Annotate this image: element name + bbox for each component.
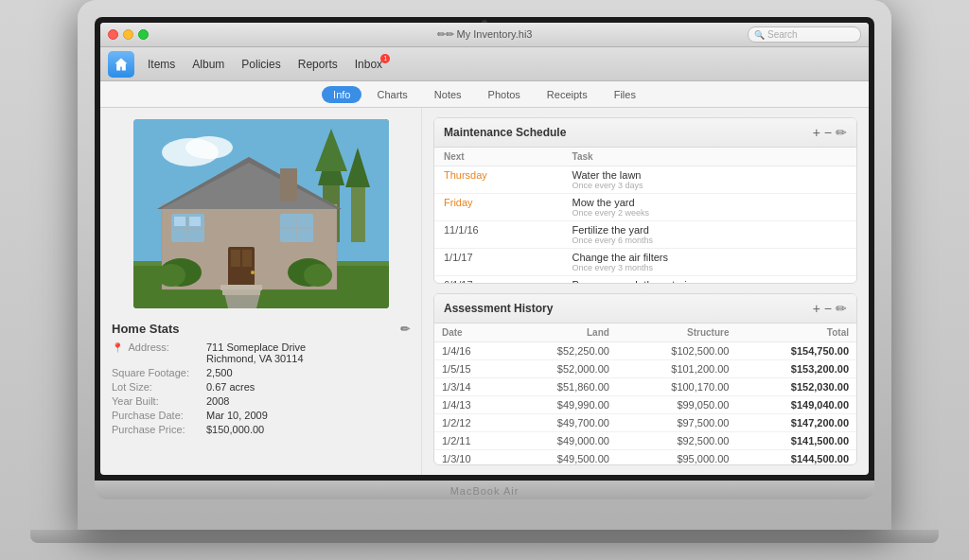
sqft-value: 2,500 (206, 367, 233, 378)
toolbar-items[interactable]: Items (140, 54, 183, 75)
assess-date: 1/4/16 (434, 341, 506, 359)
subtabs: Info Charts Notes Photos Receipts Files (100, 81, 869, 108)
toolbar-album[interactable]: Album (185, 54, 232, 75)
svg-rect-18 (242, 250, 252, 267)
year-row: Year Built: 2008 (112, 395, 410, 407)
tab-files[interactable]: Files (603, 86, 647, 103)
assess-land: $52,000.00 (506, 359, 617, 377)
assess-row: 1/3/14 $51,860.00 $100,170.00 $152,030.0… (434, 377, 856, 395)
tab-photos[interactable]: Photos (477, 86, 532, 103)
address-row: 📍 Address: 711 Someplace DriveRichmond, … (112, 341, 410, 364)
svg-rect-33 (222, 289, 260, 295)
assess-date: 1/2/11 (434, 431, 506, 449)
assess-land: $51,860.00 (506, 377, 617, 395)
maint-task: Fertilize the yard Once every 6 months (563, 221, 856, 249)
assess-row: 1/4/13 $49,990.00 $99,050.00 $149,040.00 (434, 395, 856, 413)
assess-date: 1/3/14 (434, 377, 506, 395)
assess-row: 1/2/12 $49,700.00 $97,500.00 $147,200.00 (434, 413, 856, 431)
home-button[interactable] (108, 51, 134, 78)
assess-structure: $101,200.00 (617, 359, 737, 377)
svg-point-2 (185, 136, 233, 159)
house-photo (133, 119, 389, 308)
home-stats-title: Home Stats ✏ (112, 322, 410, 336)
assess-total: $147,200.00 (736, 413, 856, 431)
tab-receipts[interactable]: Receipts (536, 86, 599, 103)
purchase-date-row: Purchase Date: Mar 10, 2009 (112, 410, 410, 421)
macbook-label: MacBook Air (450, 485, 520, 497)
lot-row: Lot Size: 0.67 acres (112, 381, 410, 393)
maint-date: 1/1/17 (434, 249, 563, 276)
assess-structure: $95,000.00 (617, 449, 737, 465)
edit-icon[interactable]: ✏ (400, 323, 410, 336)
assess-total: $141,500.00 (736, 431, 856, 449)
assess-structure: $99,050.00 (617, 395, 737, 413)
assess-date: 1/4/13 (434, 395, 506, 413)
assess-col-land: Land (506, 324, 617, 342)
minimize-button[interactable] (123, 29, 133, 40)
assess-total: $144,500.00 (736, 449, 856, 465)
assess-total: $153,200.00 (736, 359, 856, 377)
assessment-table: Date Land Structure Total 1/4/16 $52,250… (434, 324, 856, 465)
assessment-actions: + − ✏ (813, 302, 847, 315)
maintenance-edit-button[interactable]: ✏ (836, 126, 847, 139)
svg-rect-23 (174, 217, 185, 226)
close-button[interactable] (108, 29, 118, 40)
assessment-remove-button[interactable]: − (824, 302, 832, 315)
assess-total: $152,030.00 (736, 377, 856, 395)
year-value: 2008 (206, 395, 229, 407)
home-stats: Home Stats ✏ 📍 Address: 711 Someplace Dr… (112, 318, 410, 442)
maint-task: Mow the yard Once every 2 weeks (563, 194, 856, 221)
right-panel: Maintenance Schedule + − ✏ (422, 108, 869, 475)
assess-col-structure: Structure (617, 324, 737, 342)
tab-charts[interactable]: Charts (365, 86, 418, 103)
svg-rect-15 (280, 168, 297, 201)
assessment-add-button[interactable]: + (813, 302, 820, 315)
maint-date: 6/1/17 (434, 276, 563, 284)
svg-point-31 (304, 264, 332, 287)
maint-col-task: Task (563, 148, 856, 166)
purchase-price-row: Purchase Price: $150,000.00 (112, 424, 410, 435)
toolbar-reports[interactable]: Reports (291, 54, 345, 75)
traffic-lights (108, 29, 149, 40)
maint-date: 11/1/16 (434, 221, 563, 249)
assessment-title: Assessment History (444, 302, 553, 315)
assessment-header: Assessment History + − ✏ (434, 294, 856, 324)
maint-task: Change the air filters Once every 3 mont… (563, 249, 856, 276)
address-value: 711 Someplace DriveRichmond, VA 30114 (206, 341, 306, 364)
maintenance-remove-button[interactable]: − (824, 126, 832, 139)
maintenance-add-button[interactable]: + (813, 126, 820, 139)
maint-row: 6/1/17 Pressure wash the exterior Every … (434, 276, 856, 284)
titlebar: ✏ ✏ My Inventory.hi3 🔍 Search (100, 23, 869, 47)
toolbar-policies[interactable]: Policies (234, 54, 288, 75)
assess-land: $52,250.00 (506, 341, 617, 359)
assessment-edit-button[interactable]: ✏ (836, 302, 847, 315)
assess-land: $49,990.00 (506, 395, 617, 413)
maintenance-actions: + − ✏ (813, 126, 847, 139)
assess-row: 1/5/15 $52,000.00 $101,200.00 $153,200.0… (434, 359, 856, 377)
tab-info[interactable]: Info (322, 86, 361, 103)
toolbar-inbox[interactable]: Inbox 1 (347, 54, 390, 75)
toolbar: Items Album Policies Reports Inbox 1 (100, 47, 869, 81)
maintenance-table: Next Task Thursday Water the lawn Once e… (434, 148, 856, 284)
tab-notes[interactable]: Notes (423, 86, 473, 103)
maint-row: Friday Mow the yard Once every 2 weeks (434, 194, 856, 221)
screen: ✏ ✏ My Inventory.hi3 🔍 Search (100, 23, 869, 475)
maint-row: Thursday Water the lawn Once every 3 day… (434, 166, 856, 194)
assess-land: $49,700.00 (506, 413, 617, 431)
search-box[interactable]: 🔍 Search (748, 26, 861, 43)
laptop-body: ✏ ✏ My Inventory.hi3 🔍 Search (78, 0, 891, 530)
purchase-date-label: Purchase Date: (112, 410, 206, 421)
address-label: 📍 Address: (112, 341, 206, 364)
maximize-button[interactable] (138, 29, 149, 40)
maint-row: 1/1/17 Change the air filters Once every… (434, 249, 856, 276)
assess-total: $154,750.00 (736, 341, 856, 359)
search-placeholder: Search (767, 29, 798, 40)
year-label: Year Built: (112, 395, 206, 407)
purchase-price-label: Purchase Price: (112, 424, 206, 435)
assess-date: 1/3/10 (434, 449, 506, 465)
screen-bezel: ✏ ✏ My Inventory.hi3 🔍 Search (95, 17, 874, 481)
maint-date: Friday (434, 194, 563, 221)
laptop-base (30, 530, 939, 543)
assess-structure: $102,500.00 (617, 341, 737, 359)
window-title: ✏ ✏ My Inventory.hi3 (437, 28, 533, 41)
